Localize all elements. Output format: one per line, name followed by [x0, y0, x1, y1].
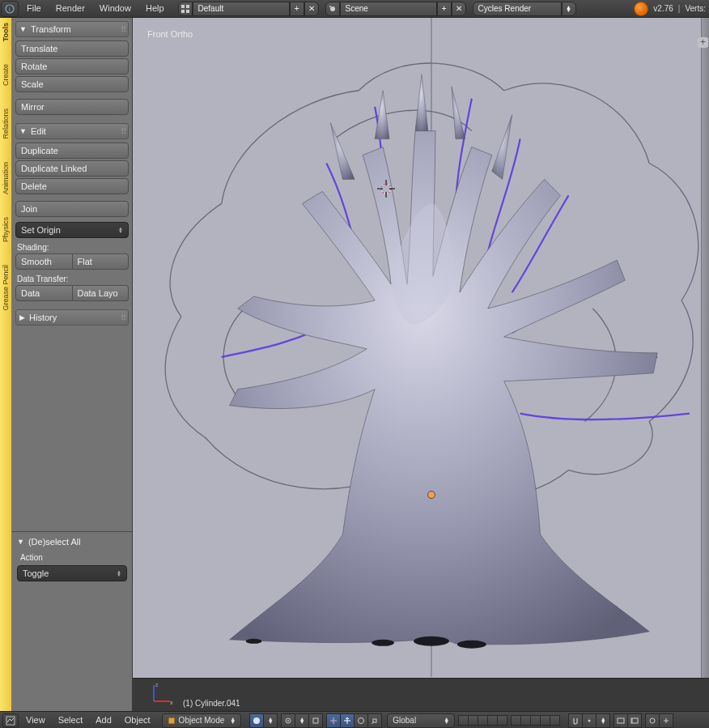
object-origin-icon [427, 491, 435, 499]
layer-3[interactable] [478, 715, 487, 726]
pivot-icon[interactable] [281, 713, 295, 728]
menu-add[interactable]: Add [89, 712, 118, 728]
menu-object[interactable]: Object [118, 712, 157, 728]
layer-6[interactable] [511, 715, 520, 726]
action-dropdown[interactable]: Toggle▲▼ [17, 565, 127, 581]
svg-point-31 [359, 717, 364, 723]
pivot-menu-icon[interactable]: ▲▼ [295, 713, 308, 728]
version-text: v2.76 [653, 4, 673, 13]
history-panel-header[interactable]: ▶History⠿ [15, 309, 129, 326]
data-transfer-label: Data Transfer: [17, 275, 129, 283]
scale-button[interactable]: Scale [15, 76, 129, 92]
join-button[interactable]: Join [15, 201, 129, 217]
operator-panel: ▼(De)select All Action Toggle▲▼ [12, 531, 132, 711]
tab-physics[interactable]: Physics [2, 217, 10, 242]
viewport-orientation-label: Front Ortho [147, 29, 193, 39]
shading-label: Shading: [17, 243, 129, 252]
mode-selector[interactable]: Object Mode ▲▼ [162, 713, 242, 728]
snap-element-icon[interactable] [582, 713, 596, 728]
info-editor-icon[interactable]: i [1, 1, 19, 17]
toggle-a-icon[interactable] [645, 713, 659, 728]
active-object-name: (1) Cylinder.041 [183, 699, 240, 708]
layer-4[interactable] [487, 715, 497, 726]
editor-type-icon[interactable] [2, 713, 19, 728]
svg-rect-3 [186, 5, 189, 8]
transform-panel-header[interactable]: ▼Transform⠿ [15, 21, 129, 37]
menu-window[interactable]: Window [92, 0, 138, 17]
snap-target-icon[interactable]: ▲▼ [596, 713, 610, 728]
mirror-button[interactable]: Mirror [15, 99, 129, 115]
toggle-b-icon[interactable] [659, 713, 673, 728]
svg-rect-5 [186, 10, 189, 13]
orientation-selector[interactable]: Global ▲▼ [387, 713, 455, 728]
3d-viewport[interactable]: Front Ortho + z x (1) Cylinder.041 [133, 18, 709, 711]
menu-view[interactable]: View [19, 712, 52, 728]
layer-8[interactable] [530, 715, 540, 726]
svg-point-27 [287, 720, 289, 722]
scene-delete-button[interactable]: ✕ [452, 2, 466, 16]
manipulator-toggle-icon[interactable] [326, 713, 340, 728]
tab-animation[interactable]: Animation [2, 162, 10, 194]
tab-create[interactable]: Create [2, 64, 10, 86]
render-preview-buttons [613, 713, 642, 728]
svg-point-9 [414, 636, 449, 646]
layer-5[interactable] [497, 715, 507, 726]
screen-layout-selector[interactable]: Default + ✕ [178, 2, 319, 16]
viewport-right-edge[interactable] [701, 18, 709, 679]
layer-7[interactable] [520, 715, 530, 726]
duplicate-linked-button[interactable]: Duplicate Linked [15, 160, 129, 177]
layer-9[interactable] [540, 715, 550, 726]
layout-delete-button[interactable]: ✕ [304, 2, 319, 16]
layer-1[interactable] [458, 715, 468, 726]
snap-toggle-icon[interactable] [568, 713, 582, 728]
opengl-render-icon[interactable] [613, 713, 627, 728]
shading-mode-buttons: ▲▼ [249, 713, 278, 728]
svg-rect-24 [168, 717, 175, 724]
blender-logo-icon [634, 2, 648, 16]
tab-tools[interactable]: Tools [2, 23, 10, 41]
manipulator-scale-icon[interactable] [367, 713, 382, 728]
svg-point-34 [588, 719, 591, 722]
set-origin-dropdown[interactable]: Set Origin▲▼ [15, 222, 129, 238]
layer-10[interactable] [550, 715, 560, 726]
operator-header: (De)select All [28, 537, 81, 547]
svg-text:x: x [170, 700, 173, 705]
edit-panel-header[interactable]: ▼Edit⠿ [15, 123, 129, 139]
layout-add-button[interactable]: + [290, 2, 304, 16]
svg-point-11 [371, 640, 394, 646]
svg-point-25 [253, 717, 260, 724]
properties-panel-toggle[interactable]: + [698, 37, 708, 48]
delete-button[interactable]: Delete [15, 178, 129, 194]
translate-button[interactable]: Translate [15, 40, 129, 57]
duplicate-button[interactable]: Duplicate [15, 143, 129, 159]
shading-smooth-button[interactable]: Smooth [15, 253, 73, 270]
data-layout-button[interactable]: Data Layo [73, 285, 129, 301]
manipulator-rotate-icon[interactable] [354, 713, 367, 728]
scene-selector[interactable]: Scene + ✕ [325, 2, 466, 16]
svg-rect-7 [329, 6, 331, 7]
tab-grease-pencil[interactable]: Grease Pencil [2, 265, 10, 311]
menu-help[interactable]: Help [138, 0, 172, 17]
data-button[interactable]: Data [15, 285, 73, 301]
viewport-header: View Select Add Object Object Mode ▲▼ ▲▼… [0, 711, 709, 728]
menu-select[interactable]: Select [52, 712, 90, 728]
opengl-render-anim-icon[interactable] [627, 713, 642, 728]
manipulator-buttons [326, 713, 382, 728]
layer-2[interactable] [468, 715, 478, 726]
svg-text:z: z [155, 682, 159, 688]
menu-file[interactable]: File [19, 0, 49, 17]
viewport-info-bar: z x (1) Cylinder.041 [133, 678, 709, 711]
render-engine-selector[interactable]: Cycles Render ▲▼ [473, 2, 576, 16]
layer-buttons-2 [511, 715, 560, 726]
rotate-button[interactable]: Rotate [15, 58, 129, 75]
manipulator-translate-icon[interactable] [340, 713, 354, 728]
shading-solid-icon[interactable] [249, 713, 263, 728]
misc-toggle-buttons [645, 713, 673, 728]
svg-point-12 [246, 639, 262, 644]
tab-relations[interactable]: Relations [2, 109, 10, 139]
manipulate-center-icon[interactable] [308, 713, 323, 728]
shading-flat-button[interactable]: Flat [73, 253, 129, 270]
scene-add-button[interactable]: + [437, 2, 452, 16]
shading-menu-icon[interactable]: ▲▼ [263, 713, 278, 728]
menu-render[interactable]: Render [49, 0, 92, 17]
